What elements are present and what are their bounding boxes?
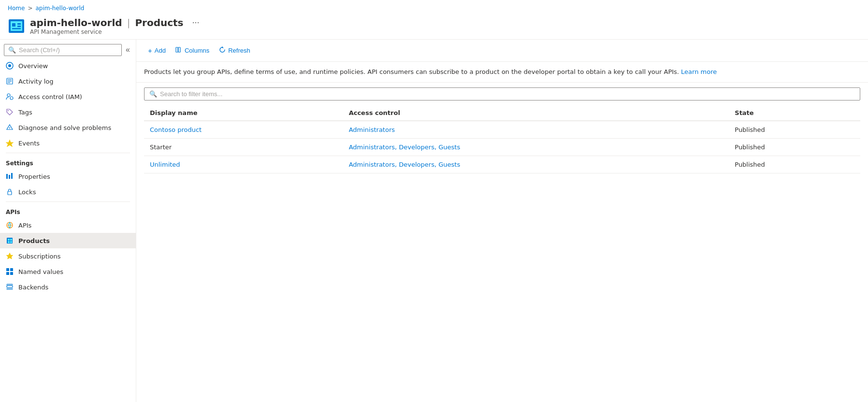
sidebar-item-subscriptions[interactable]: Subscriptions (0, 248, 136, 264)
cell-display-name[interactable]: Unlimited (144, 156, 343, 173)
title-pipe: | (127, 17, 130, 29)
cell-display-name[interactable]: Contoso product (144, 121, 343, 139)
svg-rect-35 (7, 284, 13, 285)
more-options-button[interactable]: ··· (189, 16, 203, 29)
table-row[interactable]: UnlimitedAdministrators, Developers, Gue… (144, 156, 860, 173)
settings-section-label: Settings (0, 155, 136, 169)
breadcrumb: Home > apim-hello-world (0, 0, 868, 14)
svg-rect-31 (10, 268, 13, 271)
sidebar: 🔍 « Overview Activity log (0, 40, 136, 402)
columns-button[interactable]: Columns (172, 44, 213, 57)
filter-row: 🔍 (136, 83, 868, 105)
svg-rect-26 (10, 239, 12, 241)
svg-rect-33 (10, 272, 13, 275)
display-name-link[interactable]: Contoso product (150, 126, 202, 133)
info-text: Products let you group APIs, define term… (144, 68, 679, 75)
sidebar-item-named-values-label: Named values (18, 268, 63, 275)
sidebar-item-products[interactable]: Products (0, 233, 136, 248)
sidebar-item-backends-label: Backends (18, 284, 48, 291)
sidebar-item-properties[interactable]: Properties (0, 169, 136, 184)
svg-rect-21 (8, 191, 12, 195)
svg-rect-3 (17, 23, 21, 25)
sidebar-item-locks[interactable]: Locks (0, 184, 136, 200)
sidebar-collapse-button[interactable]: « (124, 43, 132, 56)
sidebar-item-diagnose[interactable]: Diagnose and solve problems (0, 120, 136, 135)
access-control-link[interactable]: Administrators, Developers, Guests (349, 144, 461, 151)
sidebar-item-apis[interactable]: APIs (0, 217, 136, 233)
sidebar-item-properties-label: Properties (18, 173, 50, 180)
svg-rect-19 (9, 175, 10, 179)
toolbar: + Add Columns Refresh (136, 40, 868, 62)
breadcrumb-current[interactable]: apim-hello-world (36, 5, 85, 12)
svg-rect-2 (12, 23, 15, 27)
svg-rect-20 (11, 173, 13, 179)
table-header: Display name Access control State (144, 105, 860, 121)
events-icon (6, 139, 14, 147)
settings-divider (6, 153, 130, 153)
info-bar: Products let you group APIs, define term… (136, 62, 868, 83)
filter-search-icon: 🔍 (149, 90, 157, 98)
activity-log-icon (6, 77, 14, 85)
sidebar-scroll: Overview Activity log Access control (IA… (0, 58, 136, 402)
sidebar-item-access-control-label: Access control (IAM) (18, 93, 82, 100)
svg-rect-18 (6, 174, 8, 179)
sidebar-search-box[interactable]: 🔍 (4, 44, 122, 56)
svg-marker-17 (6, 140, 13, 146)
svg-rect-30 (6, 268, 9, 271)
svg-rect-34 (7, 286, 13, 287)
svg-rect-25 (8, 239, 10, 241)
sidebar-item-activity-log[interactable]: Activity log (0, 73, 136, 89)
svg-rect-27 (8, 241, 10, 243)
table-container: Display name Access control State Contos… (136, 105, 868, 402)
col-display-name: Display name (144, 105, 343, 121)
cell-access-control[interactable]: Administrators, Developers, Guests (343, 156, 729, 173)
filter-input-box[interactable]: 🔍 (144, 87, 860, 100)
breadcrumb-separator: > (28, 5, 32, 12)
svg-point-13 (10, 97, 13, 100)
search-icon: 🔍 (8, 46, 16, 54)
cell-display-name[interactable]: Starter (144, 139, 343, 156)
main-layout: 🔍 « Overview Activity log (0, 39, 868, 402)
search-input[interactable] (19, 46, 117, 54)
page-title: Products (135, 17, 183, 29)
svg-rect-32 (6, 272, 9, 275)
access-control-link[interactable]: Administrators, Developers, Guests (349, 161, 461, 168)
backends-icon (6, 283, 14, 291)
apis-icon (6, 221, 14, 229)
learn-more-link[interactable]: Learn more (681, 68, 717, 75)
sidebar-item-tags[interactable]: Tags (0, 104, 136, 120)
sidebar-item-access-control[interactable]: Access control (IAM) (0, 89, 136, 104)
page-header: apim-hello-world | Products ··· API Mana… (0, 14, 868, 39)
sidebar-item-apis-label: APIs (18, 222, 31, 229)
display-name-link[interactable]: Unlimited (150, 161, 180, 168)
sidebar-item-events[interactable]: Events (0, 135, 136, 151)
sidebar-item-named-values[interactable]: Named values (0, 264, 136, 279)
svg-rect-37 (176, 47, 178, 52)
add-button[interactable]: + Add (144, 44, 170, 57)
col-access-control: Access control (343, 105, 729, 121)
svg-point-12 (7, 94, 10, 97)
access-control-icon (6, 93, 14, 100)
table-row[interactable]: Contoso productAdministratorsPublished (144, 121, 860, 139)
subscriptions-icon (6, 252, 14, 260)
sidebar-item-overview[interactable]: Overview (0, 58, 136, 73)
sidebar-item-overview-label: Overview (18, 62, 48, 70)
breadcrumb-home[interactable]: Home (8, 5, 25, 12)
refresh-button[interactable]: Refresh (215, 44, 254, 57)
sidebar-item-activity-log-label: Activity log (18, 78, 54, 85)
filter-input[interactable] (160, 90, 855, 98)
table-body: Contoso productAdministratorsPublishedSt… (144, 121, 860, 173)
cell-access-control[interactable]: Administrators, Developers, Guests (343, 139, 729, 156)
table-row[interactable]: StarterAdministrators, Developers, Guest… (144, 139, 860, 156)
cell-access-control[interactable]: Administrators (343, 121, 729, 139)
apis-divider (6, 201, 130, 202)
resource-name: apim-hello-world (30, 17, 122, 29)
resource-subtitle: API Management service (30, 29, 203, 35)
sidebar-item-subscriptions-label: Subscriptions (18, 253, 61, 260)
sidebar-item-backends[interactable]: Backends (0, 279, 136, 295)
access-control-link[interactable]: Administrators (349, 126, 395, 133)
overview-icon (6, 62, 14, 70)
refresh-icon (219, 46, 226, 55)
columns-icon (175, 46, 182, 55)
apim-icon (8, 17, 25, 35)
